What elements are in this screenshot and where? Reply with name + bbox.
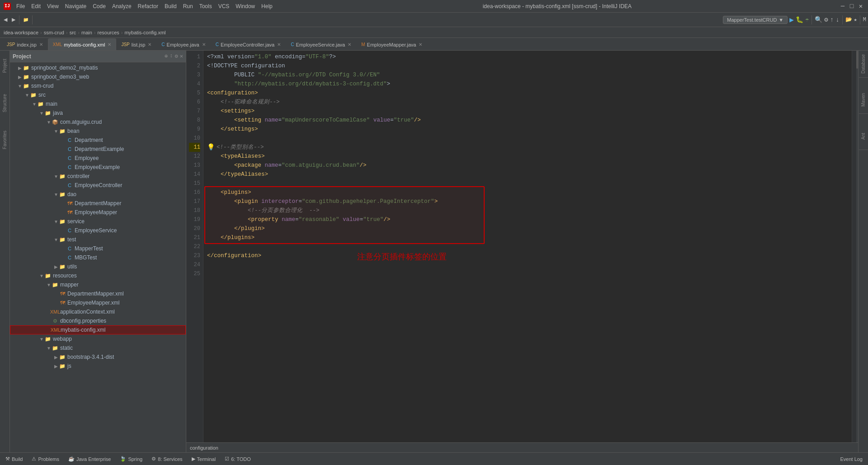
menu-run[interactable]: Run [180,2,196,10]
tree-item-webapp[interactable]: ▼ 📁 webapp [10,334,186,343]
tree-item-mbgtest[interactable]: C MBGTest [10,253,186,262]
tree-item-springboot3[interactable]: ▶ 📁 springboot_demo3_web [10,72,186,81]
menu-edit[interactable]: Edit [28,2,43,10]
tab-mybatis-config[interactable]: XML mybatis-config.xml ✕ [48,38,117,50]
tab-close-1[interactable]: ✕ [108,42,111,47]
bottom-tab-terminal[interactable]: ▶ Terminal [190,455,218,463]
tab-close-4[interactable]: ✕ [277,42,281,47]
breadcrumb-item-1[interactable]: ssm-crud [44,30,64,35]
tab-close-6[interactable]: ✕ [419,42,422,47]
bottom-tab-build[interactable]: ⚒ Build [4,455,24,463]
breadcrumb-item-4[interactable]: resources [97,30,119,35]
bulb-icon[interactable]: 💡 [207,143,215,152]
database-side-btn[interactable]: Database [859,51,868,78]
tree-item-bean[interactable]: ▼ 📁 bean [10,127,186,136]
tree-item-deptmapper-xml[interactable]: 🗺 DepartmentMapper.xml [10,289,186,298]
menu-code[interactable]: Code [90,2,108,10]
tab-employee-mapper[interactable]: M EmployeeMapper.java ✕ [356,38,427,50]
tree-item-dao[interactable]: ▼ 📁 dao [10,190,186,199]
menu-file[interactable]: File [14,2,28,10]
scrollbar-track[interactable] [856,51,858,442]
bottom-tab-java-enterprise[interactable]: ☕ Java Enterprise [66,455,113,463]
tree-item-empmapper-xml[interactable]: 🗺 EmployeeMapper.xml [10,298,186,307]
minimize-button[interactable]: ─ [839,3,846,10]
toolbar-forward-button[interactable]: ▶ [10,14,17,26]
tree-item-ssm-crud[interactable]: ▼ 📁 ssm-crud [10,81,186,90]
run-button[interactable]: ▶ [789,15,794,24]
tree-item-service[interactable]: ▼ 📁 service [10,217,186,226]
scrollbar-thumb[interactable] [856,51,858,69]
tree-item-employeecontroller[interactable]: C EmployeeController [10,181,186,190]
menu-vcs[interactable]: VCS [216,2,232,10]
panel-sync-btn[interactable]: ⊕ [165,53,168,60]
tree-item-dbconfig[interactable]: ⚙ dbconfig.properties [10,316,186,325]
breadcrumb-item-2[interactable]: src [70,30,76,35]
maximize-button[interactable]: □ [848,3,855,10]
toolbar-vcs-button[interactable]: ↑ [830,16,834,23]
tab-employee-controller[interactable]: C EmployeeController.java ✕ [211,38,286,50]
coverage-button[interactable]: ☂ [805,16,809,23]
tree-item-employeeexample[interactable]: C EmployeeExample [10,163,186,172]
tree-item-main[interactable]: ▼ 📁 main [10,99,186,108]
breadcrumb-item-0[interactable]: idea-workspace [4,30,38,35]
tree-item-src[interactable]: ▼ 📁 src [10,90,186,99]
tree-item-mapper-folder[interactable]: ▼ 📁 mapper [10,280,186,289]
tree-item-resources[interactable]: ▼ 📁 resources [10,271,186,280]
maven-button[interactable]: M [863,17,866,23]
menu-build[interactable]: Build [162,2,179,10]
tree-item-test[interactable]: ▼ 📁 test [10,235,186,244]
project-side-btn[interactable]: Project [0,52,9,80]
tab-close-2[interactable]: ✕ [148,42,151,47]
tab-employee-java[interactable]: C Employee.java ✕ [156,38,210,50]
tree-item-static[interactable]: ▼ 📁 static [10,343,186,352]
tab-close-3[interactable]: ✕ [202,42,206,47]
menu-analyze[interactable]: Analyze [109,2,134,10]
toolbar-search-button[interactable]: 🔍 [815,16,822,23]
tab-index-jsp[interactable]: JSP index.jsp ✕ [2,38,48,50]
bottom-tab-event-log[interactable]: Event Log [838,456,864,463]
bottom-tab-todo[interactable]: ☑ 6: TODO [223,455,253,463]
menu-help[interactable]: Help [259,2,275,10]
panel-expand-btn[interactable]: ↕ [170,53,173,60]
tree-item-departmentmapper[interactable]: 🗺 DepartmentMapper [10,199,186,208]
tab-close-5[interactable]: ✕ [348,42,351,47]
tree-item-department[interactable]: C Department [10,136,186,145]
menu-refactor[interactable]: Refactor [135,2,161,10]
menu-navigate[interactable]: Navigate [62,2,89,10]
tree-item-mybatis-config[interactable]: XML mybatis-config.xml [10,325,186,334]
breadcrumb-item-5[interactable]: mybatis-config.xml [124,30,165,35]
code-editor[interactable]: <?xml version="1.0" encoding="UTF-8"?> <… [203,51,852,442]
toolbar-back-button[interactable]: ◀ [2,14,9,26]
toolbar-folder-button[interactable]: 📂 [845,16,852,23]
favorites-side-btn[interactable]: Favorites [0,127,9,154]
maven-side-btn[interactable]: Maven [859,87,868,114]
menu-tools[interactable]: Tools [197,2,215,10]
ant-side-btn[interactable]: Ant [859,123,868,150]
tree-item-mappertest[interactable]: C MapperTest [10,244,186,253]
structure-side-btn[interactable]: Structure [0,89,9,117]
tree-item-employeeservice[interactable]: C EmployeeService [10,226,186,235]
panel-settings-btn[interactable]: ⚙ [175,53,178,60]
bottom-tab-problems[interactable]: ⚠ Problems [30,455,61,463]
menu-view[interactable]: View [44,2,61,10]
bottom-tab-services[interactable]: ⚙ 8: Services [150,455,184,463]
debug-button[interactable]: 🐛 [796,16,803,23]
tree-item-js[interactable]: ▶ 📁 js [10,362,186,371]
toolbar-settings-button[interactable]: ⚙ [824,16,828,23]
run-config-selector[interactable]: MapperTest.testCRUD ▼ [723,16,788,24]
bottom-tab-spring[interactable]: 🍃 Spring [118,455,144,463]
close-button[interactable]: ✕ [857,3,864,10]
tree-item-package[interactable]: ▼ 📦 com.atguigu.crud [10,117,186,127]
tab-employee-service[interactable]: C EmployeeService.java ✕ [286,38,356,50]
tree-item-bootstrap[interactable]: ▶ 📁 bootstrap-3.4.1-dist [10,352,186,362]
tree-item-employeemapper[interactable]: 🗺 EmployeeMapper [10,208,186,217]
tree-item-utils[interactable]: ▶ 📁 utils [10,262,186,271]
tree-item-departmentexample[interactable]: C DepartmentExample [10,145,186,154]
tree-item-appcontext-xml[interactable]: XML applicationContext.xml [10,307,186,316]
menu-window[interactable]: Window [233,2,258,10]
tab-close-0[interactable]: ✕ [39,42,43,47]
tree-item-springboot2[interactable]: ▶ 📁 springboot_demo2_mybatis [10,63,186,72]
tree-item-controller[interactable]: ▼ 📁 controller [10,172,186,181]
panel-close-btn[interactable]: ✕ [180,53,183,60]
toolbar-update-button[interactable]: ↓ [835,16,839,23]
